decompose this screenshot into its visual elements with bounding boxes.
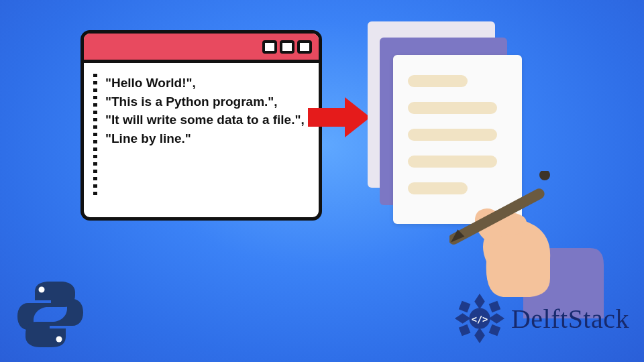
svg-point-3 <box>56 337 62 343</box>
code-line: "It will write some data to a file.", <box>105 111 309 129</box>
code-body: "Hello World!", "This is a Python progra… <box>84 63 319 217</box>
svg-marker-10 <box>459 324 471 337</box>
document-line <box>408 75 468 87</box>
code-line: "This is a Python program.", <box>105 93 309 111</box>
code-line: "Line by line." <box>105 129 309 148</box>
svg-point-2 <box>39 287 45 293</box>
delftstack-logo-icon: </> <box>453 292 506 345</box>
svg-text:</>: </> <box>472 314 488 324</box>
svg-marker-4 <box>474 294 485 309</box>
svg-marker-5 <box>474 328 485 343</box>
brand: </> DelftStack <box>453 292 629 345</box>
window-titlebar <box>84 34 319 63</box>
document-line <box>408 102 497 114</box>
svg-marker-6 <box>455 313 470 324</box>
window-button <box>262 40 277 54</box>
document-line <box>408 129 497 141</box>
svg-marker-7 <box>489 313 504 324</box>
python-logo-icon <box>13 278 87 351</box>
arrow-right-icon <box>308 97 370 137</box>
window-button <box>280 40 294 54</box>
svg-point-1 <box>539 171 550 180</box>
svg-marker-8 <box>459 301 471 313</box>
svg-marker-9 <box>489 301 501 313</box>
code-window: "Hello World!", "This is a Python progra… <box>80 30 322 221</box>
brand-name: DelftStack <box>511 303 629 335</box>
notch-decoration <box>93 74 97 198</box>
code-lines: "Hello World!", "This is a Python progra… <box>105 74 309 198</box>
code-line: "Hello World!", <box>105 74 309 93</box>
document-line <box>408 156 497 168</box>
window-button <box>297 40 312 54</box>
svg-marker-11 <box>489 324 501 337</box>
